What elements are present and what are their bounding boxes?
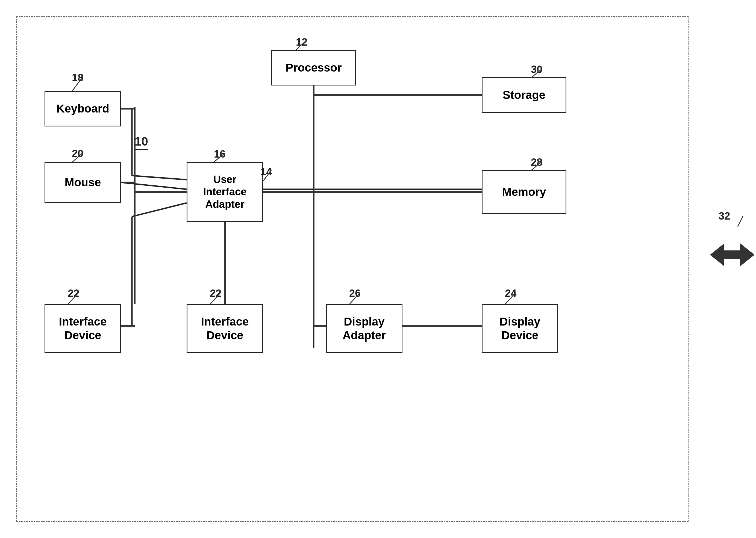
display-device-box: Display Device (482, 304, 558, 353)
svg-marker-44 (710, 244, 754, 266)
diagram-boundary: Processor 12 Storage 30 Memory 28 User I… (16, 16, 688, 522)
mouse-ref: 20 (72, 148, 83, 159)
arrow-ref: 32 (719, 210, 730, 222)
interface-device-center-box: Interface Device (187, 304, 263, 353)
processor-box: Processor (271, 50, 356, 85)
svg-line-17 (132, 203, 187, 217)
storage-label: Storage (503, 88, 545, 102)
interface-device-left-label: Interface Device (59, 315, 106, 343)
memory-label: Memory (502, 185, 546, 199)
svg-line-13 (132, 176, 187, 180)
interface-device-center-ref: 22 (210, 288, 221, 299)
display-device-label: Display Device (499, 315, 540, 343)
display-adapter-label: Display Adapter (343, 315, 386, 343)
svg-line-10 (121, 183, 187, 189)
processor-label: Processor (285, 61, 341, 75)
memory-box: Memory (482, 170, 566, 214)
bidirectional-arrow-icon (710, 239, 754, 271)
memory-ref: 28 (531, 156, 542, 168)
display-device-ref: 24 (505, 288, 516, 299)
display-adapter-ref: 26 (349, 288, 361, 299)
keyboard-ref: 18 (72, 72, 83, 83)
display-adapter-box: Display Adapter (326, 304, 402, 353)
diagram-label-10: 10 (135, 134, 148, 150)
user-interface-adapter-box: User Interface Adapter (187, 162, 263, 222)
keyboard-box: Keyboard (44, 91, 121, 127)
interface-device-center-label: Interface Device (201, 315, 249, 343)
processor-ref: 12 (296, 36, 307, 48)
keyboard-label: Keyboard (56, 102, 109, 116)
arrow-icon-container: 32 (710, 227, 756, 272)
storage-box: Storage (482, 77, 566, 113)
mouse-label: Mouse (65, 176, 101, 189)
interface-device-left-ref: 22 (68, 288, 79, 299)
svg-line-45 (738, 216, 743, 227)
mouse-box: Mouse (44, 162, 121, 203)
bus-ref: 14 (261, 166, 272, 178)
uia-label: User Interface Adapter (203, 173, 247, 211)
arrow-ref-line (732, 213, 746, 227)
interface-device-left-box: Interface Device (44, 304, 121, 353)
uia-ref: 16 (214, 148, 225, 160)
storage-ref: 30 (531, 64, 542, 76)
